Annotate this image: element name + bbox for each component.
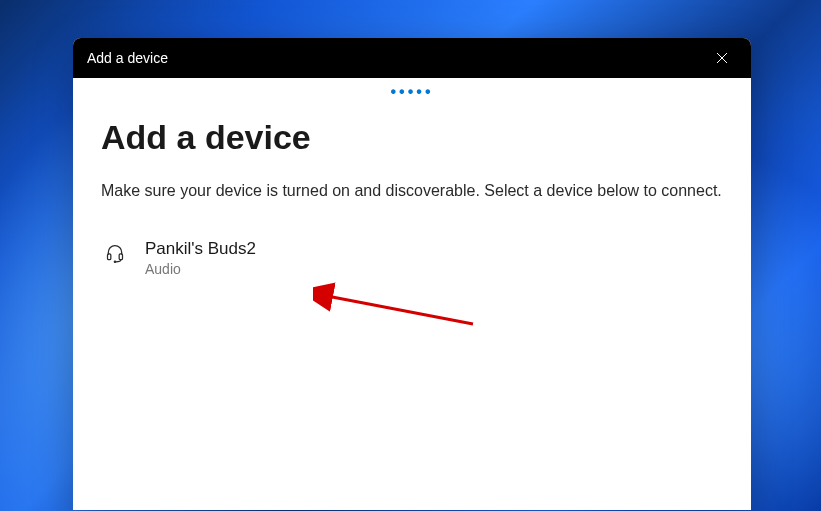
svg-point-4 [114, 261, 115, 262]
page-title: Add a device [101, 118, 723, 157]
svg-rect-2 [108, 254, 111, 260]
add-device-dialog: Add a device ••••• Add a device Make sur… [73, 38, 751, 510]
page-subtext: Make sure your device is turned on and d… [101, 179, 723, 203]
dialog-content: Add a device Make sure your device is tu… [73, 100, 751, 303]
device-name-label: Pankil's Buds2 [145, 239, 256, 259]
titlebar-text: Add a device [87, 50, 168, 66]
loading-indicator: ••••• [73, 78, 751, 100]
device-info: Pankil's Buds2 Audio [145, 239, 256, 277]
svg-rect-3 [119, 254, 122, 260]
device-type-label: Audio [145, 261, 256, 277]
dialog-titlebar: Add a device [73, 38, 751, 78]
close-icon [716, 52, 728, 64]
device-list-item[interactable]: Pankil's Buds2 Audio [101, 231, 723, 285]
headset-icon [105, 243, 125, 263]
close-button[interactable] [707, 43, 737, 73]
